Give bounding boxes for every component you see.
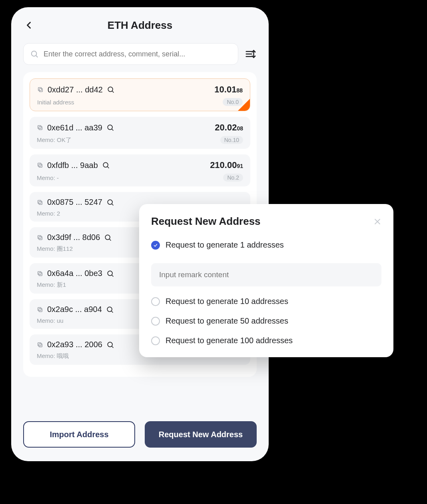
radio-option[interactable]: Request to generate 100 addresses <box>151 336 381 345</box>
index-badge: No.2 <box>223 174 243 182</box>
modal-header: Request New Address <box>151 215 381 228</box>
balance: 10.0188 <box>214 84 243 95</box>
memo-text: Memo: - <box>37 174 59 181</box>
memo-text: Memo: OK了 <box>37 136 72 144</box>
address-text: 0x0875 ... 5247 <box>47 198 102 207</box>
search-input[interactable] <box>44 50 231 58</box>
svg-point-7 <box>108 87 113 92</box>
magnifier-icon[interactable] <box>107 86 115 94</box>
modal-title: Request New Address <box>151 215 261 228</box>
memo-text: Initial address <box>37 99 74 106</box>
address-text: 0xfdfb ... 9aab <box>47 161 98 170</box>
magnifier-icon[interactable] <box>102 161 110 169</box>
svg-rect-6 <box>38 88 42 91</box>
svg-rect-13 <box>39 164 42 167</box>
radio-checked-icon[interactable] <box>151 241 160 250</box>
radio-unchecked-icon[interactable] <box>151 297 160 306</box>
radio-option[interactable]: Request to generate 10 addresses <box>151 297 381 306</box>
svg-rect-21 <box>39 236 42 240</box>
svg-line-32 <box>112 311 113 312</box>
balance: 210.0091 <box>210 160 243 170</box>
address-text: 0xe61d ... aa39 <box>47 123 102 132</box>
svg-rect-25 <box>39 272 42 276</box>
copy-icon[interactable] <box>37 86 44 93</box>
address-card[interactable]: 0xfdfb ... 9aab 210.0091Memo: -No.2 <box>30 154 250 186</box>
topbar: ETH Address <box>11 7 269 43</box>
search-row <box>11 43 269 72</box>
svg-line-20 <box>112 204 114 205</box>
balance: 20.0208 <box>215 122 243 133</box>
svg-rect-17 <box>39 201 42 204</box>
svg-line-16 <box>108 167 109 168</box>
radio-unchecked-icon[interactable] <box>151 317 160 326</box>
magnifier-icon[interactable] <box>106 124 114 132</box>
svg-rect-33 <box>39 344 42 347</box>
copy-icon[interactable] <box>37 342 43 348</box>
address-text: 0x3d9f ... 8d06 <box>47 233 100 242</box>
svg-point-19 <box>108 200 112 204</box>
svg-rect-18 <box>38 200 41 203</box>
import-address-button[interactable]: Import Address <box>23 421 135 448</box>
memo-text: Memo: 新1 <box>37 281 66 289</box>
svg-rect-14 <box>38 163 41 166</box>
svg-point-27 <box>108 271 112 276</box>
svg-point-0 <box>32 51 37 56</box>
svg-point-23 <box>106 235 110 240</box>
svg-line-36 <box>112 346 114 348</box>
svg-rect-30 <box>38 307 41 310</box>
copy-icon[interactable] <box>37 306 43 313</box>
copy-icon[interactable] <box>37 234 43 241</box>
magnifier-icon[interactable] <box>106 341 114 349</box>
svg-rect-29 <box>39 308 42 312</box>
memo-text: Memo: 圈112 <box>37 245 73 253</box>
radio-label: Request to generate 10 addresses <box>166 297 288 306</box>
magnifier-icon[interactable] <box>106 198 114 206</box>
copy-icon[interactable] <box>37 124 43 131</box>
back-icon[interactable] <box>23 20 34 31</box>
close-icon[interactable] <box>373 218 381 226</box>
magnifier-icon[interactable] <box>106 306 114 314</box>
address-text: 0xdd27 ... dd42 <box>48 85 103 94</box>
radio-option[interactable]: Request to generate 50 addresses <box>151 316 381 326</box>
svg-rect-22 <box>38 235 41 238</box>
radio-unchecked-icon[interactable] <box>151 336 160 345</box>
search-box[interactable] <box>23 43 238 65</box>
remark-input[interactable] <box>151 263 381 286</box>
request-new-address-modal: Request New Address Request to generate … <box>139 204 393 357</box>
svg-line-1 <box>36 56 38 57</box>
svg-rect-9 <box>39 126 42 130</box>
svg-rect-34 <box>38 342 41 346</box>
svg-point-11 <box>108 125 112 130</box>
address-text: 0x6a4a ... 0be3 <box>47 269 102 278</box>
magnifier-icon[interactable] <box>106 270 114 278</box>
address-card[interactable]: 0xdd27 ... dd42 10.0188Initial addressNo… <box>30 78 250 111</box>
svg-point-31 <box>107 307 112 312</box>
magnifier-icon[interactable] <box>104 234 112 242</box>
svg-point-15 <box>103 162 108 167</box>
sort-icon[interactable] <box>245 48 257 60</box>
selected-corner-icon <box>238 99 250 111</box>
svg-rect-10 <box>38 126 41 129</box>
address-text: 0x2a9c ... a904 <box>47 305 102 314</box>
svg-rect-26 <box>38 271 41 274</box>
svg-line-8 <box>112 91 114 93</box>
svg-line-12 <box>112 129 114 131</box>
address-card[interactable]: 0xe61d ... aa39 20.0208Memo: OK了No.10 <box>30 117 250 149</box>
request-new-address-button[interactable]: Request New Address <box>145 421 257 448</box>
index-badge: No.10 <box>220 136 243 144</box>
svg-line-28 <box>112 275 114 276</box>
address-text: 0x2a93 ... 2006 <box>47 340 102 349</box>
svg-point-35 <box>108 342 112 347</box>
copy-icon[interactable] <box>37 270 43 277</box>
radio-option[interactable]: Request to generate 1 addresses <box>151 240 381 250</box>
memo-text: Memo: 2 <box>37 210 60 217</box>
svg-line-24 <box>110 239 111 240</box>
radio-label: Request to generate 50 addresses <box>166 316 288 326</box>
radio-label: Request to generate 100 addresses <box>166 336 293 345</box>
copy-icon[interactable] <box>37 162 43 168</box>
bottom-bar: Import Address Request New Address <box>23 421 257 448</box>
copy-icon[interactable] <box>37 199 43 206</box>
radio-label: Request to generate 1 addresses <box>166 240 284 250</box>
page-title: ETH Address <box>11 19 269 32</box>
svg-rect-5 <box>39 88 42 92</box>
